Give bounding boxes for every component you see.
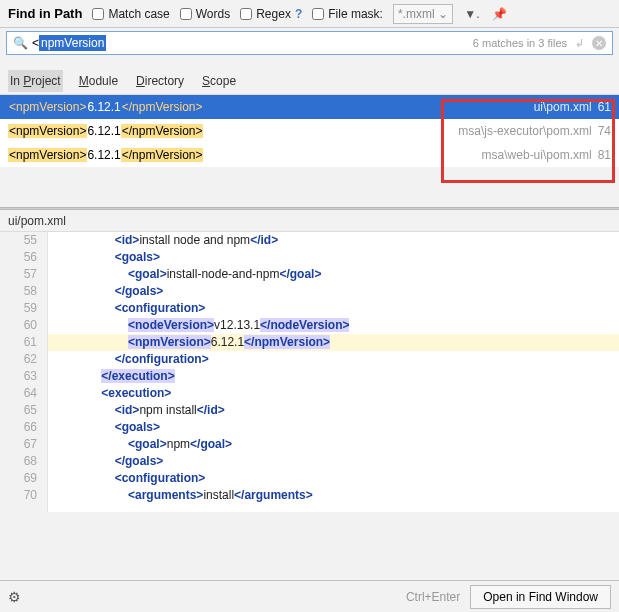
open-in-find-window-button[interactable]: Open in Find Window (470, 585, 611, 609)
gear-icon[interactable]: ⚙ (8, 589, 21, 605)
tab-module[interactable]: Module (77, 70, 120, 92)
preview-pane: ui/pom.xml 55565758596061626364656667686… (0, 210, 619, 512)
search-text-selection: npmVersion (39, 35, 106, 51)
line-gutter: 55565758596061626364656667686970 (0, 232, 48, 512)
tab-directory[interactable]: Directory (134, 70, 186, 92)
tab-in-project[interactable]: In Project (8, 70, 63, 92)
dialog-title: Find in Path (8, 6, 82, 21)
match-case-option[interactable]: Match case (92, 7, 169, 21)
newline-icon[interactable]: ↲ (575, 37, 584, 50)
regex-help-icon[interactable]: ? (295, 7, 302, 21)
search-input[interactable]: 🔍 <npmVersion 6 matches in 3 files ↲ ✕ (6, 31, 613, 55)
shortcut-hint: Ctrl+Enter (406, 590, 460, 604)
regex-checkbox[interactable] (240, 8, 252, 20)
code-lines: <id>install node and npm</id> <goals> <g… (48, 232, 619, 512)
result-row[interactable]: <npmVersion>6.12.1</npmVersion>ui\pom.xm… (0, 95, 619, 119)
preview-file-path: ui/pom.xml (0, 210, 619, 232)
pin-icon[interactable]: 📌 (491, 5, 509, 23)
match-case-checkbox[interactable] (92, 8, 104, 20)
search-row: 🔍 <npmVersion 6 matches in 3 files ↲ ✕ (0, 28, 619, 58)
result-row[interactable]: <npmVersion>6.12.1</npmVersion>msa\web-u… (0, 143, 619, 167)
results-list[interactable]: <npmVersion>6.12.1</npmVersion>ui\pom.xm… (0, 94, 619, 167)
file-mask-checkbox[interactable] (312, 8, 324, 20)
scope-tabs: In Project Module Directory Scope (0, 68, 619, 94)
search-icon: 🔍 (13, 36, 28, 50)
search-status: 6 matches in 3 files ↲ ✕ (473, 36, 606, 50)
regex-option[interactable]: Regex ? (240, 7, 302, 21)
tab-scope[interactable]: Scope (200, 70, 238, 92)
words-checkbox[interactable] (180, 8, 192, 20)
code-viewer[interactable]: 55565758596061626364656667686970 <id>ins… (0, 232, 619, 512)
chevron-down-icon: ⌄ (438, 7, 448, 21)
file-mask-dropdown[interactable]: *.mxml⌄ (393, 4, 453, 24)
result-row[interactable]: <npmVersion>6.12.1</npmVersion>msa\js-ex… (0, 119, 619, 143)
top-toolbar: Find in Path Match case Words Regex ? Fi… (0, 0, 619, 28)
filter-icon[interactable]: ▼. (463, 5, 481, 23)
words-option[interactable]: Words (180, 7, 230, 21)
search-text-prefix: < (32, 36, 39, 50)
file-mask-option[interactable]: File mask: (312, 7, 383, 21)
clear-icon[interactable]: ✕ (592, 36, 606, 50)
bottom-bar: ⚙ Ctrl+Enter Open in Find Window (0, 580, 619, 612)
